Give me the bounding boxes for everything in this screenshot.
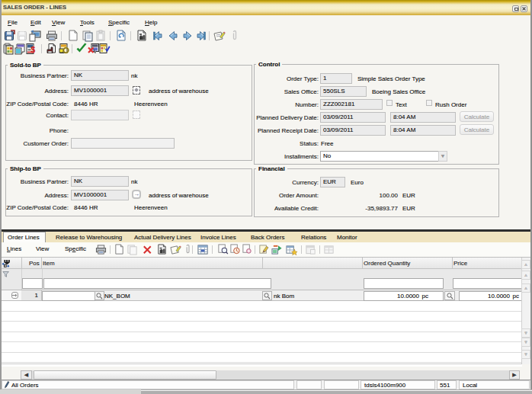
svg-text:$: $: [31, 46, 36, 54]
